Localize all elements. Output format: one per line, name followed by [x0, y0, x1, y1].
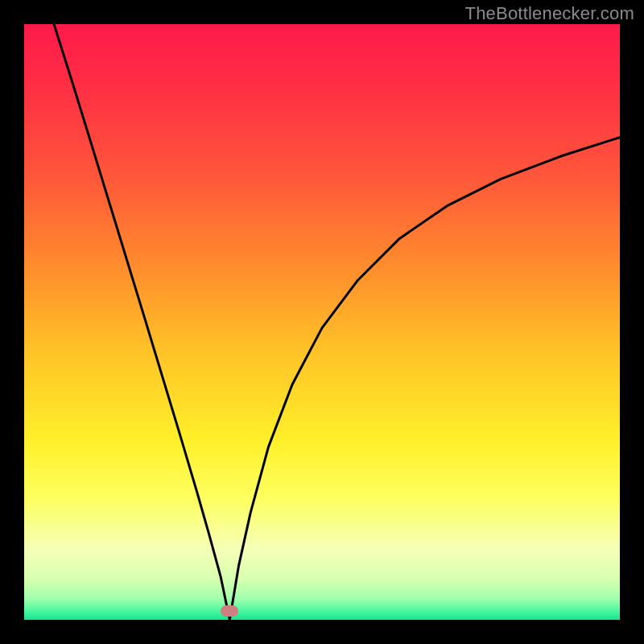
- optimal-point-marker: [221, 605, 238, 617]
- curve-path: [54, 24, 620, 620]
- watermark-label: TheBottlenecker.com: [465, 3, 634, 24]
- plot-area: [24, 24, 620, 620]
- chart-frame: TheBottlenecker.com: [0, 0, 644, 644]
- bottleneck-curve: [24, 24, 620, 620]
